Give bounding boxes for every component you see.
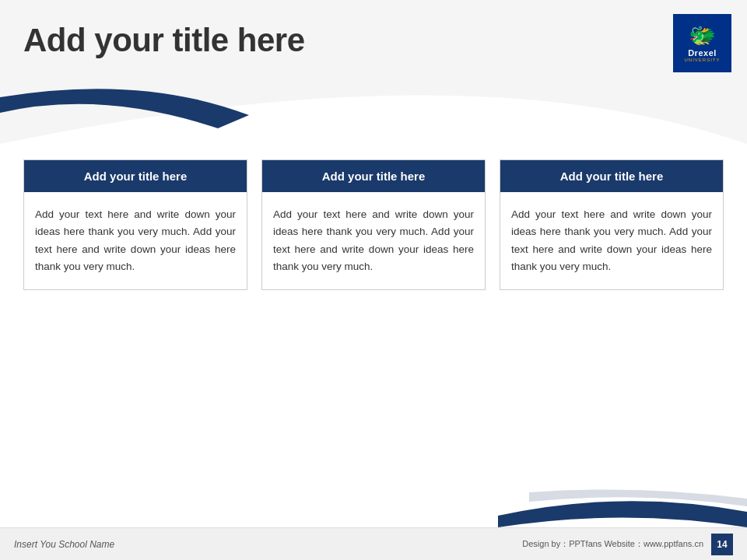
page-number: 14 <box>711 534 733 555</box>
logo-brand-name: Drexel <box>688 48 717 58</box>
bottom-bar: Insert You School Name Design by：PPTfans… <box>0 527 747 560</box>
slide: Add your title here 🐲 Drexel UNIVERSITY … <box>0 0 747 560</box>
card-2-body: Add your text here and write down your i… <box>262 192 485 289</box>
bottom-swoosh-decoration <box>498 485 747 527</box>
card-1-body: Add your text here and write down your i… <box>24 192 247 289</box>
card-3-header: Add your title here <box>500 160 723 192</box>
card-2: Add your title here Add your text here a… <box>261 159 486 290</box>
card-1-header: Add your title here <box>24 160 247 192</box>
card-1: Add your title here Add your text here a… <box>23 159 247 290</box>
cards-section: Add your title here Add your text here a… <box>23 159 724 290</box>
card-3: Add your title here Add your text here a… <box>500 159 724 290</box>
main-title: Add your title here <box>23 22 305 59</box>
school-name-label: Insert You School Name <box>14 539 114 550</box>
card-2-header: Add your title here <box>262 160 485 192</box>
drexel-logo: 🐲 Drexel UNIVERSITY <box>673 14 731 72</box>
design-credit-label: Design by：PPTfans Website：www.pptfans.cn <box>522 538 703 550</box>
logo-dragon-icon: 🐲 <box>689 25 716 47</box>
logo-sub-name: UNIVERSITY <box>684 58 720 62</box>
bottom-right-section: Design by：PPTfans Website：www.pptfans.cn… <box>522 534 733 555</box>
card-3-body: Add your text here and write down your i… <box>500 192 723 289</box>
